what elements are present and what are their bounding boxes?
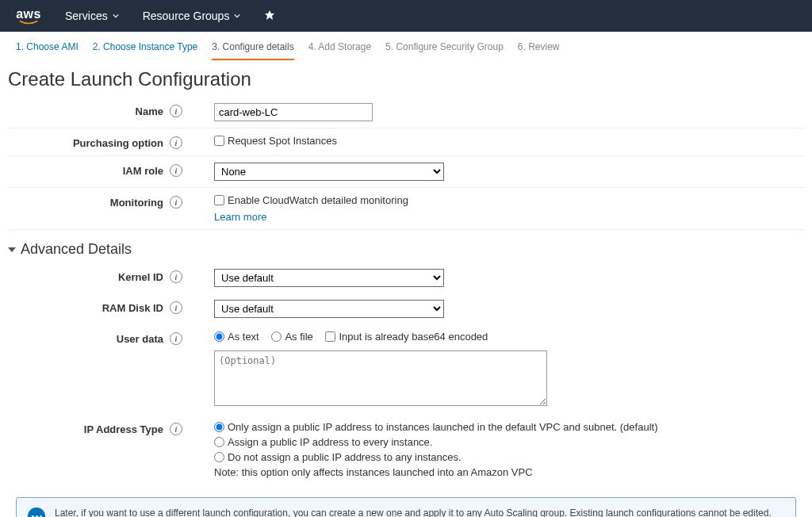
userdata-base64-checkbox[interactable]	[325, 331, 335, 342]
userdata-as-file-label[interactable]: As file	[271, 331, 312, 343]
step-configure-security-group[interactable]: 5. Configure Security Group	[385, 41, 504, 60]
info-icon[interactable]: i	[170, 423, 182, 435]
row-ramdisk: RAM Disk ID i Use default	[8, 293, 804, 324]
ip-opt3-radio[interactable]	[214, 452, 224, 462]
row-name: Name i	[8, 97, 804, 128]
step-choose-instance-type[interactable]: 2. Choose Instance Type	[93, 41, 198, 60]
aws-swoosh-icon	[16, 20, 41, 25]
monitoring-learn-more-link[interactable]: Learn more	[214, 211, 266, 223]
label-monitoring: Monitoring	[110, 197, 163, 209]
ip-opt3-text: Do not assign a public IP address to any…	[228, 451, 462, 463]
chevron-down-icon	[113, 13, 119, 19]
row-kernel: Kernel ID i Use default	[8, 262, 804, 293]
spot-checkbox-label[interactable]: Request Spot Instances	[214, 135, 337, 147]
aws-logo[interactable]: aws	[16, 8, 41, 25]
chevron-down-icon	[234, 13, 240, 19]
wizard-steps: 1. Choose AMI 2. Choose Instance Type 3.…	[0, 32, 812, 60]
label-iam: IAM role	[123, 165, 163, 177]
step-configure-details[interactable]: 3. Configure details	[212, 41, 293, 60]
ip-opt2-radio[interactable]	[214, 437, 224, 447]
info-icon[interactable]: i	[170, 136, 182, 149]
info-icon[interactable]: i	[170, 270, 182, 283]
iam-select[interactable]: None	[214, 163, 444, 181]
monitoring-checkbox-text: Enable CloudWatch detailed monitoring	[228, 194, 408, 206]
row-monitoring: Monitoring i Enable CloudWatch detailed …	[8, 188, 804, 230]
label-purchasing: Purchasing option	[73, 137, 163, 149]
kernel-select[interactable]: Use default	[214, 269, 444, 287]
advanced-details-title: Advanced Details	[21, 241, 132, 258]
step-review[interactable]: 6. Review	[518, 41, 560, 60]
row-iam: IAM role i None	[8, 156, 804, 188]
info-icon[interactable]: i	[170, 196, 182, 209]
label-ip-type: IP Address Type	[84, 423, 163, 435]
info-banner-text: Later, if you want to use a different la…	[55, 507, 772, 517]
step-choose-ami[interactable]: 1. Choose AMI	[16, 41, 79, 60]
label-kernel: Kernel ID	[118, 271, 163, 283]
caret-down-icon	[8, 247, 16, 252]
row-ip-type: IP Address Type i Only assign a public I…	[8, 415, 804, 484]
userdata-base64-label[interactable]: Input is already base64 encoded	[325, 331, 488, 343]
aws-logo-text: aws	[16, 8, 41, 21]
ramdisk-select[interactable]: Use default	[214, 300, 444, 318]
nav-services[interactable]: Services	[65, 10, 119, 22]
info-icon[interactable]: i	[170, 301, 182, 314]
advanced-details-header[interactable]: Advanced Details	[0, 230, 812, 262]
info-banner: Later, if you want to use a different la…	[16, 497, 796, 517]
step-add-storage[interactable]: 4. Add Storage	[308, 41, 371, 60]
row-userdata: User data i As text As file Input is alr…	[8, 324, 804, 415]
advanced-section: Kernel ID i Use default RAM Disk ID i Us…	[0, 262, 812, 484]
spot-checkbox[interactable]	[214, 136, 224, 146]
userdata-as-text-label[interactable]: As text	[214, 331, 259, 343]
label-name: Name	[136, 105, 163, 117]
ip-opt2-text: Assign a public IP address to every inst…	[228, 436, 432, 448]
info-icon[interactable]: i	[170, 332, 182, 345]
top-nav: aws Services Resource Groups	[0, 0, 812, 32]
chat-icon	[28, 507, 45, 517]
userdata-as-text-text: As text	[228, 331, 259, 343]
userdata-as-text-radio[interactable]	[214, 331, 224, 342]
ip-opt3-label[interactable]: Do not assign a public IP address to any…	[214, 451, 804, 463]
userdata-base64-text: Input is already base64 encoded	[339, 331, 488, 343]
label-userdata: User data	[117, 333, 163, 345]
label-ramdisk: RAM Disk ID	[102, 302, 163, 314]
ip-note: Note: this option only affects instances…	[214, 466, 804, 478]
nav-resource-groups-label: Resource Groups	[143, 10, 230, 22]
page-title: Create Launch Configuration	[0, 60, 812, 97]
nav-services-label: Services	[65, 10, 108, 22]
row-purchasing: Purchasing option i Request Spot Instanc…	[8, 128, 804, 156]
userdata-as-file-radio[interactable]	[271, 331, 282, 342]
ip-opt2-label[interactable]: Assign a public IP address to every inst…	[214, 436, 804, 448]
pin-icon[interactable]	[264, 10, 275, 23]
ip-opt1-radio[interactable]	[214, 422, 224, 432]
ip-opt1-text: Only assign a public IP address to insta…	[228, 421, 657, 433]
monitoring-checkbox-label[interactable]: Enable CloudWatch detailed monitoring	[214, 194, 408, 206]
nav-resource-groups[interactable]: Resource Groups	[143, 10, 241, 22]
name-input[interactable]	[214, 103, 373, 121]
info-icon[interactable]: i	[170, 105, 182, 117]
monitoring-checkbox[interactable]	[214, 195, 224, 205]
info-icon[interactable]: i	[170, 164, 182, 177]
userdata-textarea[interactable]	[214, 350, 547, 406]
form-section: Name i Purchasing option i Request Spot …	[0, 97, 812, 230]
spot-checkbox-text: Request Spot Instances	[228, 135, 337, 147]
ip-opt1-label[interactable]: Only assign a public IP address to insta…	[214, 421, 804, 433]
userdata-as-file-text: As file	[285, 331, 312, 343]
